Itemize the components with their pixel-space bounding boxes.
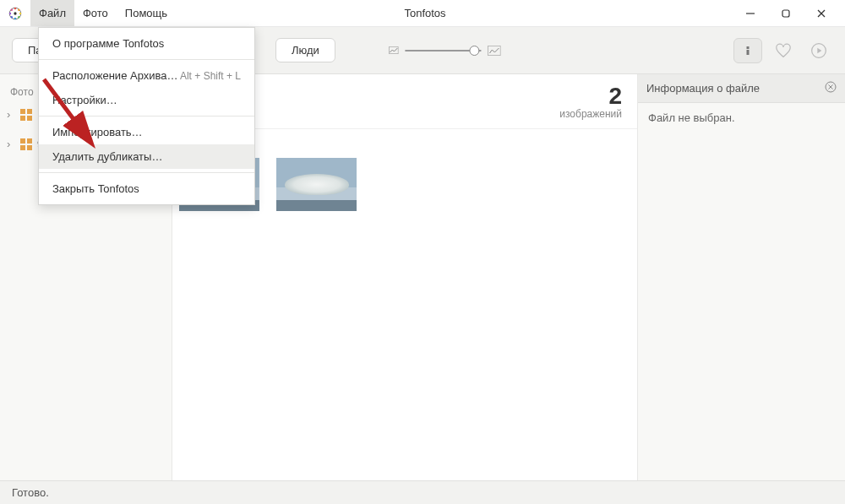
grid-icon [20, 138, 32, 150]
svg-rect-16 [488, 46, 500, 56]
window-title: Tonfotos [108, 7, 742, 19]
chevron-right-icon: › [7, 138, 15, 150]
svg-point-6 [11, 16, 13, 18]
info-panel-title: Информация о файле [646, 82, 760, 95]
svg-point-4 [18, 16, 19, 18]
menu-settings-label: Настройки… [52, 94, 117, 106]
minimize-button[interactable] [742, 5, 759, 22]
info-panel-close-icon[interactable] [825, 81, 837, 95]
menu-remove-duplicates[interactable]: Удалить дубликаты… [39, 144, 254, 169]
slideshow-button[interactable] [804, 38, 833, 63]
info-empty-text: Файл не выбран. [648, 111, 735, 124]
menu-separator [39, 116, 254, 117]
image-count-number: 2 [559, 84, 622, 108]
menu-file[interactable]: Файл [30, 0, 74, 26]
app-logo-icon [7, 5, 24, 22]
image-count: 2 изображений [559, 84, 622, 120]
svg-rect-18 [747, 50, 750, 55]
chevron-right-icon: › [7, 108, 15, 121]
svg-rect-17 [747, 46, 750, 49]
menu-separator [39, 59, 254, 60]
thumbnail-2[interactable] [276, 158, 357, 211]
svg-point-8 [11, 8, 13, 10]
thumb-small-icon [389, 46, 398, 55]
svg-rect-11 [782, 10, 789, 17]
menu-separator [39, 172, 254, 173]
menu-remove-dupes-label: Удалить дубликаты… [52, 150, 162, 163]
menu-about[interactable]: О программе Tonfotos [39, 31, 254, 56]
menu-close-app[interactable]: Закрыть Tonfotos [39, 176, 254, 201]
thumb-large-icon [488, 46, 500, 56]
menu-import[interactable]: Импортировать… [39, 120, 254, 144]
menu-close-label: Закрыть Tonfotos [52, 182, 139, 195]
info-panel-toggle[interactable] [733, 38, 762, 63]
info-panel-header: Информация о файле [638, 74, 845, 103]
svg-rect-20 [20, 109, 25, 114]
file-menu-dropdown: О программе Tonfotos Расположение Архива… [38, 27, 255, 205]
svg-rect-25 [27, 138, 32, 144]
tab-people[interactable]: Люди [275, 38, 335, 62]
menu-about-label: О программе Tonfotos [52, 37, 164, 50]
favorite-button[interactable] [769, 38, 798, 63]
image-count-label: изображений [559, 108, 622, 120]
svg-rect-21 [27, 109, 32, 114]
menu-settings[interactable]: Настройки… [39, 88, 254, 112]
menu-archive-shortcut: Alt + Shift + L [180, 70, 241, 82]
svg-rect-22 [20, 116, 25, 121]
svg-rect-27 [27, 145, 32, 150]
statusbar: Готово. [0, 480, 845, 504]
close-button[interactable] [813, 5, 830, 22]
titlebar: Файл Фото Помощь Tonfotos [0, 0, 845, 27]
status-text: Готово. [12, 486, 49, 499]
svg-point-7 [9, 12, 11, 14]
thumbnail-size-slider[interactable] [389, 46, 500, 56]
svg-point-2 [18, 8, 19, 10]
svg-point-1 [14, 7, 16, 8]
svg-rect-23 [27, 116, 32, 121]
maximize-button[interactable] [777, 5, 794, 22]
menu-archive-label: Расположение Архива… [52, 69, 177, 82]
svg-rect-26 [20, 145, 25, 150]
info-panel: Информация о файле Файл не выбран. [637, 74, 845, 480]
svg-point-5 [14, 17, 16, 19]
svg-point-9 [14, 12, 16, 14]
menu-archive-location[interactable]: Расположение Архива… Alt + Shift + L [39, 63, 254, 88]
info-panel-body: Файл не выбран. [638, 103, 845, 133]
window-controls [742, 5, 845, 22]
slider-track[interactable] [405, 50, 481, 51]
menu-import-label: Импортировать… [52, 126, 143, 138]
slider-thumb[interactable] [469, 46, 479, 56]
svg-rect-15 [389, 46, 398, 54]
svg-rect-24 [20, 138, 25, 144]
grid-icon [20, 109, 32, 121]
svg-point-3 [19, 12, 21, 14]
toolbar-right [733, 38, 833, 63]
